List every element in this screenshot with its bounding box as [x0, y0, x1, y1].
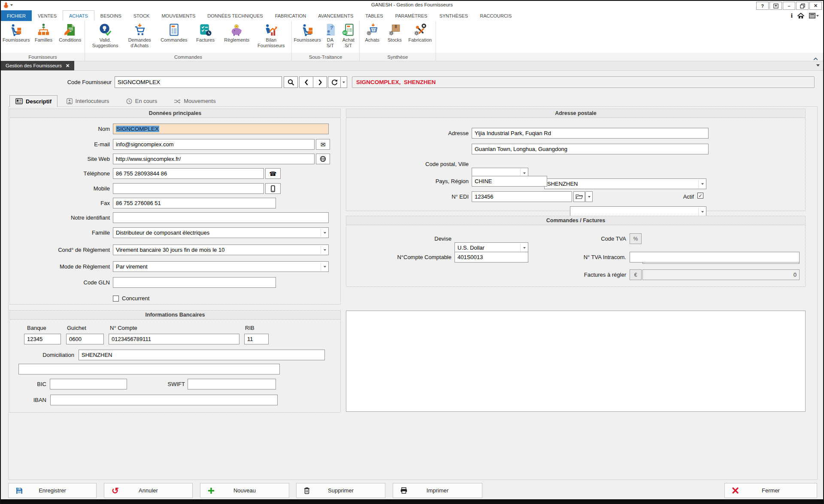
menu-raccourcis[interactable]: RACCOURCIS	[474, 10, 518, 21]
help-icon: ?	[761, 3, 764, 9]
minimize-button[interactable]: –	[783, 2, 795, 10]
calculator-dropdown-icon[interactable]	[816, 15, 819, 18]
mode-reglement-label: Mode de Règlement	[10, 263, 110, 270]
ribbon-bilan-fournisseurs[interactable]: Bilan Fournisseurs	[257, 23, 285, 48]
fax-input[interactable]: 86 755 276086 51	[113, 198, 276, 208]
document-tab-gestion-fournisseurs[interactable]: Gestion des Fournisseurs ✕	[1, 61, 74, 70]
menu-parametres[interactable]: PARAMÈTRES	[389, 10, 433, 21]
identifiant-input[interactable]	[113, 212, 329, 223]
rib-input[interactable]: 11	[244, 334, 269, 344]
ribbon-da-st[interactable]: ? DA S/T	[323, 23, 338, 48]
help-button[interactable]: ?	[756, 2, 769, 10]
ribbon-fournisseurs[interactable]: Fournisseurs	[2, 23, 30, 43]
search-button[interactable]	[284, 76, 298, 88]
purchases-summary-icon	[366, 23, 379, 36]
ribbon-synthese-fabrication[interactable]: Fabrication	[407, 23, 433, 43]
ribbon-factures[interactable]: Factures	[194, 23, 217, 43]
close-form-button[interactable]: Fermer	[724, 483, 817, 498]
ribbon-st-fournisseurs[interactable]: Fournisseurs	[293, 23, 321, 43]
nom-input[interactable]: SIGNCOMPLEX	[113, 124, 329, 134]
close-button[interactable]: ✕	[809, 2, 822, 10]
email-input[interactable]: info@signcomplex.com	[113, 139, 315, 150]
code-fournisseur-input[interactable]: SIGNCOMPLEX	[115, 76, 282, 88]
menu-stock[interactable]: STOCK	[127, 10, 156, 21]
guichet-input[interactable]: 0600	[66, 334, 104, 344]
cond-reglement-select[interactable]: Virement bancaire 30 jours fin de mois l…	[113, 244, 329, 255]
ribbon-reglements[interactable]: Règlements	[223, 23, 251, 43]
ribbon-synthese-stocks[interactable]: Stocks	[385, 23, 405, 43]
calculator-icon[interactable]	[809, 13, 819, 18]
ribbon-valid-suggestions[interactable]: Valid. Suggestions	[91, 23, 119, 48]
ville-select[interactable]: SHENZHEN	[544, 178, 706, 189]
actif-checkbox[interactable]: ✓	[697, 193, 703, 199]
menu-achats[interactable]: ACHATS	[63, 10, 94, 21]
menu-ventes[interactable]: VENTES	[32, 10, 63, 21]
tab-descriptif[interactable]: Descriptif	[9, 95, 58, 107]
ribbon-label: Règlements	[224, 37, 249, 43]
open-website-button[interactable]	[316, 154, 330, 164]
edi-dropdown-button[interactable]	[585, 191, 593, 202]
bic-input[interactable]	[50, 379, 127, 389]
mode-reglement-select[interactable]: Par virement	[113, 261, 329, 272]
compte-input[interactable]: 0123456789111	[109, 334, 239, 344]
mobile-input[interactable]	[113, 183, 264, 194]
next-record-button[interactable]	[313, 76, 327, 88]
tva-intracom-input[interactable]	[630, 252, 800, 263]
swift-input[interactable]	[188, 379, 276, 389]
menu-syntheses[interactable]: SYNTHÈSES	[433, 10, 474, 21]
new-button[interactable]: Nouveau	[200, 483, 289, 498]
call-mobile-button[interactable]	[265, 183, 281, 194]
restore-button[interactable]	[796, 2, 809, 10]
info-icon[interactable]: i	[791, 12, 793, 19]
tab-mouvements[interactable]: Mouvements	[169, 96, 221, 106]
previous-record-button[interactable]	[299, 76, 313, 88]
delete-button[interactable]: Supprimer	[296, 483, 385, 498]
iban-input[interactable]	[50, 395, 278, 405]
menu-fichier[interactable]: FICHIER	[1, 10, 32, 21]
ribbon-conditions[interactable]: Conditions	[57, 23, 83, 43]
concurrent-checkbox[interactable]	[113, 296, 119, 302]
ribbon-familles[interactable]: Familles	[32, 23, 56, 43]
tab-list-dropdown-icon[interactable]	[816, 64, 820, 68]
edi-input[interactable]: 123456	[472, 191, 572, 202]
donnees-principales-title: Données principales	[10, 109, 340, 118]
adresse-ligne1-input[interactable]: Yijia Industrial Park, Fuqian Rd	[472, 128, 709, 139]
home-icon[interactable]	[797, 13, 804, 19]
pays-input[interactable]: CHINE	[472, 176, 547, 187]
edi-browse-button[interactable]	[573, 191, 585, 202]
chevron-right-icon	[318, 79, 322, 85]
print-button[interactable]: Imprimer	[393, 483, 482, 498]
save-button[interactable]: Enregistrer	[8, 483, 97, 498]
document-tab-label: Gestion des Fournisseurs	[6, 63, 62, 68]
siteweb-input[interactable]: http://www.signcomplex.fr/	[113, 154, 315, 164]
ribbon-commandes[interactable]: Commandes	[160, 23, 188, 43]
adresse-ligne2-input[interactable]: Guanlan Town, Longhua, Guangdong	[472, 144, 709, 154]
menu-donnees-techniques[interactable]: DONNÉES TECHNIQUES	[201, 10, 269, 21]
ribbon-achat-st[interactable]: ST Achat S/T	[339, 23, 358, 48]
menu-besoins[interactable]: BESOINS	[94, 10, 127, 21]
menu-avancements[interactable]: AVANCEMENTS	[312, 10, 359, 21]
code-gln-input[interactable]	[113, 277, 276, 288]
tab-en-cours[interactable]: En cours	[122, 96, 161, 106]
tab-interlocuteurs[interactable]: Interlocuteurs	[61, 96, 115, 106]
call-phone-button[interactable]: ☎	[265, 168, 281, 179]
tab-close-icon[interactable]: ✕	[66, 63, 70, 69]
banque-input[interactable]: 12345	[24, 334, 61, 344]
menu-mouvements[interactable]: MOUVEMENTS	[155, 10, 201, 21]
minimize-icon: –	[788, 3, 790, 9]
refresh-dropdown-button[interactable]	[340, 76, 347, 88]
pin-button[interactable]	[769, 2, 782, 10]
send-email-button[interactable]: ✉	[316, 139, 330, 150]
ribbon-demandes-achats[interactable]: Demandes d'Achats	[125, 23, 154, 48]
domiciliation-input[interactable]: SHENZHEN	[79, 350, 325, 360]
compte-comptable-input[interactable]: 401S0013	[454, 252, 528, 263]
menu-tables[interactable]: TABLES	[359, 10, 389, 21]
domiciliation-ligne2-input[interactable]	[18, 364, 280, 374]
refresh-button[interactable]	[328, 76, 341, 88]
ribbon-synthese-achats[interactable]: Achats	[362, 23, 382, 43]
telephone-input[interactable]: 86 755 28093844 86	[113, 168, 264, 179]
cancel-button[interactable]: ↺ Annuler	[104, 483, 193, 498]
menu-fabrication[interactable]: FABRICATION	[269, 10, 312, 21]
famille-select[interactable]: Distributeur de composant électriques	[113, 227, 329, 238]
mobile-label: Mobile	[10, 185, 110, 192]
